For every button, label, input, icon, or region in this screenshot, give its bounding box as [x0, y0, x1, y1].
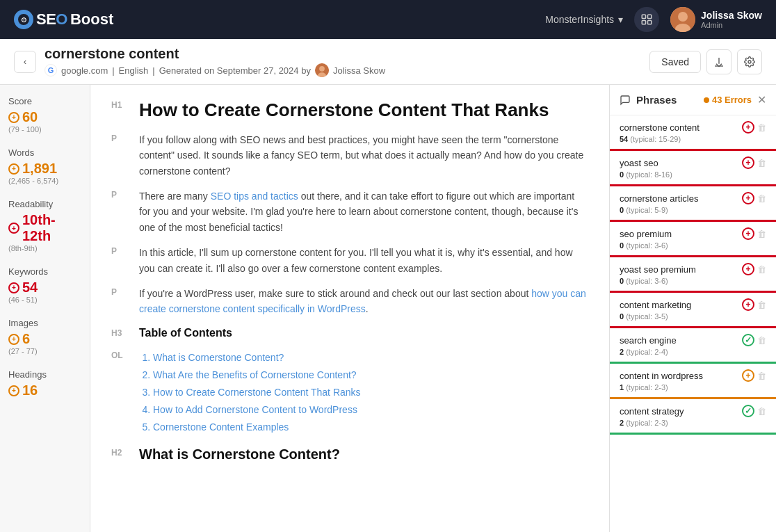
readability-value: 10th-12th	[22, 212, 81, 244]
trash-icon[interactable]: 🗑	[757, 371, 766, 381]
phrase-add-button[interactable]: +	[742, 121, 754, 134]
breadcrumb-bar: ‹ cornerstone content G google.com | Eng…	[0, 39, 776, 85]
right-panel-header: Phrases 43 Errors ✕	[610, 85, 776, 115]
h1-section: H1 How to Create Cornerstone Content Tha…	[111, 99, 588, 122]
h1-tag: H1	[111, 100, 128, 110]
words-metric: Words + 1,891 (2,465 - 6,574)	[8, 147, 81, 185]
phrase-add-button[interactable]: +	[742, 192, 754, 204]
p2-link[interactable]: SEO tips and tactics	[211, 191, 298, 202]
phrase-item: yoast seo premium + 🗑 0 (typical: 3-6)	[610, 257, 776, 293]
h1-text: How to Create Cornerstone Content That R…	[139, 99, 588, 122]
trash-icon[interactable]: 🗑	[757, 229, 766, 239]
list-item[interactable]: Cornerstone Content Examples	[153, 419, 588, 436]
phrase-name: yoast seo premium	[620, 264, 696, 275]
phrase-name: cornerstone content	[620, 122, 700, 133]
readability-metric: Readability + 10th-12th (8th-9th)	[8, 199, 81, 252]
saved-button[interactable]: Saved	[649, 51, 701, 73]
images-icon: +	[8, 334, 19, 345]
logo-boost-text: Boost	[70, 10, 113, 29]
headings-value: 16	[22, 382, 38, 398]
left-sidebar: Score + 60 (79 - 100) Words + 1,891 (2,4…	[0, 85, 90, 532]
content-area: H1 How to Create Cornerstone Content Tha…	[90, 85, 609, 532]
phrase-name: content marketing	[620, 300, 691, 310]
phrase-add-button[interactable]: +	[742, 156, 754, 169]
svg-rect-4	[642, 21, 645, 24]
errors-count: 43 Errors	[712, 95, 752, 105]
svg-point-12	[748, 61, 751, 63]
p4-suffix: .	[366, 303, 369, 314]
phrase-name: search engine	[620, 335, 677, 346]
phrase-add-button[interactable]: +	[742, 369, 754, 382]
p2-prefix: There are many	[139, 191, 211, 202]
phrase-meta: 54 (typical: 15-29)	[620, 135, 766, 143]
phrase-add-button[interactable]: +	[742, 227, 754, 240]
p1-text: If you follow along with SEO news and be…	[139, 132, 588, 179]
errors-badge: 43 Errors	[704, 95, 752, 105]
p3-section: P In this article, I'll sum up cornersto…	[111, 245, 588, 276]
trash-icon[interactable]: 🗑	[757, 300, 766, 310]
phrase-name: content in wordpress	[620, 371, 703, 381]
page-title: cornerstone content	[45, 46, 385, 62]
p2-text: There are many SEO tips and tactics out …	[139, 188, 588, 235]
monsterinsights-label: MonsterInsights	[545, 14, 614, 25]
p4-text: If you're a WordPress user, make sure to…	[139, 286, 588, 317]
score-metric: Score + 60 (79 - 100)	[8, 96, 81, 134]
score-label: Score	[8, 96, 81, 106]
settings-button[interactable]	[737, 49, 762, 74]
monsterinsights-button[interactable]: MonsterInsights ▾	[545, 14, 623, 25]
meta-author: Jolissa Skow	[333, 65, 385, 76]
trash-icon[interactable]: 🗑	[757, 122, 766, 133]
phrase-add-button[interactable]: +	[742, 263, 754, 275]
phrase-add-button[interactable]: +	[742, 298, 754, 311]
svg-rect-5	[648, 21, 652, 24]
back-button[interactable]: ‹	[14, 51, 36, 73]
headings-metric: Headings + 16	[8, 369, 81, 398]
trash-icon[interactable]: 🗑	[757, 406, 766, 417]
list-item[interactable]: How to Create Cornerstone Content That R…	[153, 384, 588, 401]
phrase-item: content strategy ✓ 🗑 2 (typical: 2-3)	[610, 399, 776, 435]
download-button[interactable]	[706, 49, 731, 74]
ol-section: OL What is Cornerstone Content? What Are…	[111, 349, 588, 437]
main-layout: Score + 60 (79 - 100) Words + 1,891 (2,4…	[0, 85, 776, 532]
phrase-meta: 1 (typical: 2-3)	[620, 383, 766, 392]
meta-separator: |	[112, 65, 114, 76]
score-icon: +	[8, 112, 19, 123]
keywords-metric: Keywords + 54 (46 - 51)	[8, 266, 81, 304]
p4-tag: P	[111, 287, 128, 297]
logo-icon: ⊙	[14, 10, 33, 29]
trash-icon[interactable]: 🗑	[757, 158, 766, 168]
phrase-meta: 0 (typical: 8-16)	[620, 170, 766, 179]
trash-icon[interactable]: 🗑	[757, 193, 766, 204]
trash-icon[interactable]: 🗑	[757, 264, 766, 275]
phrase-add-button[interactable]: ✓	[742, 334, 754, 346]
phrase-item: seo premium + 🗑 0 (typical: 3-6)	[610, 222, 776, 257]
nav-icon-button[interactable]	[634, 7, 659, 32]
user-name: Jolissa Skow	[701, 10, 762, 21]
list-item[interactable]: How to Add Cornerstone Content to WordPr…	[153, 401, 588, 419]
meta-source: google.com	[61, 65, 108, 76]
svg-text:⊙: ⊙	[21, 16, 26, 24]
keywords-value: 54	[22, 280, 38, 296]
words-label: Words	[8, 147, 81, 158]
phrase-name: yoast seo	[620, 158, 658, 168]
phrase-add-button[interactable]: ✓	[742, 405, 754, 417]
p4-section: P If you're a WordPress user, make sure …	[111, 286, 588, 317]
list-item[interactable]: What Are the Benefits of Cornerstone Con…	[153, 366, 588, 384]
trash-icon[interactable]: 🗑	[757, 335, 766, 346]
headings-icon: +	[8, 385, 19, 396]
author-avatar	[315, 63, 329, 77]
h2-tag: H2	[111, 448, 128, 458]
list-item[interactable]: What is Cornerstone Content?	[153, 349, 588, 366]
chevron-down-icon: ▾	[618, 14, 623, 25]
readability-icon: +	[8, 223, 19, 234]
phrase-meta: 0 (typical: 5-9)	[620, 206, 766, 214]
logo-se-text: SEO	[36, 10, 67, 29]
phrase-name: content strategy	[620, 406, 684, 417]
images-label: Images	[8, 318, 81, 328]
close-button[interactable]: ✕	[757, 93, 766, 106]
right-panel: Phrases 43 Errors ✕ cornerstone content …	[609, 85, 776, 532]
headings-label: Headings	[8, 369, 81, 380]
p3-text: In this article, I'll sum up cornerstone…	[139, 245, 588, 276]
h3-toc-section: H3 Table of Contents	[111, 327, 588, 339]
words-icon: +	[8, 163, 19, 175]
